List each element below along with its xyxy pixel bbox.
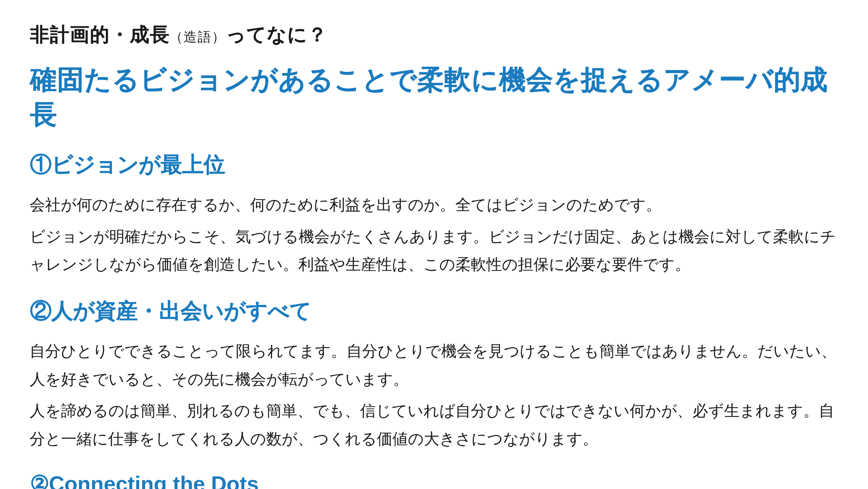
hero-heading: 確固たるビジョンがあることで柔軟に機会を捉えるアメーバ的成長 [30, 63, 838, 132]
section-2-para-2: 人を諦めるのは簡単、別れるのも簡単、でも、信じていれば自分ひとりではできない何か… [30, 397, 838, 453]
sub-note: （造語） [170, 29, 226, 44]
section-2-para-1: 自分ひとりでできることって限られてます。自分ひとりで機会を見つけることも簡単では… [30, 337, 838, 393]
main-title-text: 非計画的・成長 [30, 24, 170, 46]
section-3-heading: ②Connecting the Dots [30, 471, 838, 489]
section-2-heading: ②人が資産・出会いがすべて [30, 297, 838, 326]
section-1-heading: ①ビジョンが最上位 [30, 151, 838, 180]
section-3: ②Connecting the Dots スティーブ・ジョブズの有名な演説から。… [30, 471, 838, 489]
section-2: ②人が資産・出会いがすべて 自分ひとりでできることって限られてます。自分ひとりで… [30, 297, 838, 453]
main-title: 非計画的・成長（造語）ってなに？ [30, 22, 838, 48]
section-1-para-1: 会社が何のために存在するか、何のために利益を出すのか。全てはビジョンのためです。 [30, 191, 838, 219]
section-1: ①ビジョンが最上位 会社が何のために存在するか、何のために利益を出すのか。全ては… [30, 151, 838, 279]
section-1-para-2: ビジョンが明確だからこそ、気づける機会がたくさんあります。ビジョンだけ固定、あと… [30, 223, 838, 279]
subtitle: ってなに？ [226, 24, 327, 46]
